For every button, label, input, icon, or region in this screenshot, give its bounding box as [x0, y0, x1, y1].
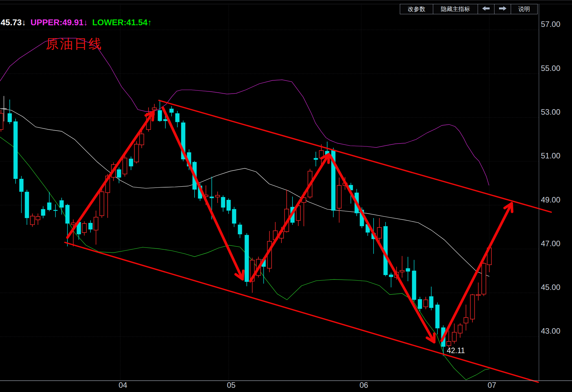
- month-axis-label: 04: [119, 381, 127, 389]
- candle-down: [54, 210, 58, 211]
- candle-up: [135, 144, 139, 162]
- candle-down: [25, 192, 29, 218]
- low-price-annotation: 42.11: [447, 346, 465, 355]
- candle-down: [19, 179, 24, 192]
- price-axis-label: 45.00: [541, 283, 560, 292]
- candle-up: [464, 317, 468, 323]
- candle-up: [82, 224, 87, 233]
- candle-down: [227, 200, 231, 211]
- next-button[interactable]: [494, 4, 511, 14]
- price-axis-label: 55.00: [541, 64, 560, 73]
- candle-up: [482, 263, 486, 294]
- bollinger-band-line: [0, 38, 489, 186]
- price-axis-label: 53.00: [541, 108, 560, 116]
- toolbar: 改参数 隐藏主指标 说明: [400, 4, 538, 14]
- candle-down: [406, 268, 410, 271]
- zigzag-down-1: [163, 108, 243, 279]
- candle-down: [232, 209, 236, 224]
- candle-up: [377, 227, 382, 238]
- candle-up: [30, 216, 35, 225]
- candle-down: [47, 202, 52, 210]
- candle-up: [0, 113, 3, 130]
- candle-down: [170, 109, 174, 113]
- zigzag-up-3-arrowhead: [512, 203, 512, 212]
- left-arrow-icon: [482, 6, 490, 13]
- zigzag-up-2-arrowhead: [328, 154, 329, 163]
- right-arrow-icon: [499, 6, 506, 13]
- hide-main-indicator-button[interactable]: 隐藏主指标: [433, 4, 478, 14]
- zigzag-down-2: [330, 156, 434, 342]
- candle-up: [447, 341, 451, 346]
- candle-down: [245, 235, 249, 282]
- candle-down: [221, 197, 225, 207]
- candle-down: [314, 158, 318, 160]
- candle-down: [41, 209, 45, 215]
- candle-up: [100, 192, 104, 216]
- trading-app-window: 改参数 隐藏主指标 说明 45.73↓UPPER:49.91↓LOWER:41.…: [0, 0, 572, 392]
- candle-down: [412, 271, 416, 300]
- zigzag-up-1: [67, 112, 153, 237]
- candle-down: [238, 225, 242, 234]
- change-params-button[interactable]: 改参数: [400, 4, 433, 14]
- price-axis-label: 57.00: [541, 20, 560, 29]
- chart-title: 原油日线: [46, 35, 103, 53]
- candle-up: [216, 195, 220, 197]
- candle-up: [452, 332, 457, 341]
- candle-down: [175, 113, 180, 122]
- price-axis-label: 43.00: [541, 327, 560, 335]
- candle-down: [117, 169, 121, 178]
- candle-up: [71, 223, 76, 225]
- zigzag-up-3: [442, 203, 512, 341]
- candle-down: [435, 305, 440, 328]
- boll-indicator-readout: 45.73↓UPPER:49.91↓LOWER:41.54↑: [1, 17, 156, 28]
- price-axis-label: 47.00: [541, 239, 560, 248]
- candle-down: [14, 121, 18, 179]
- candle-up: [400, 271, 404, 272]
- candle-up: [152, 108, 157, 110]
- candle-down: [389, 275, 393, 277]
- month-axis-label: 07: [488, 381, 496, 389]
- candle-down: [129, 159, 133, 167]
- boll-upper-value: UPPER:49.91↓: [30, 17, 88, 27]
- boll-lower-value: LOWER:41.54↑: [92, 17, 152, 27]
- candle-up: [94, 217, 98, 230]
- candle-up: [476, 294, 481, 295]
- price-axis-label: 49.00: [541, 195, 560, 204]
- candlestick-chart: 57.0055.0053.0051.0049.0047.0045.0043.00…: [0, 0, 572, 392]
- candle-up: [424, 300, 428, 307]
- candle-up: [458, 325, 462, 333]
- boll-mid-value: 45.73↓: [1, 17, 26, 27]
- candle-down: [418, 299, 422, 309]
- zigzag-up-2: [250, 154, 329, 281]
- candle-down: [89, 223, 93, 229]
- month-axis-label: 06: [360, 381, 368, 389]
- candle-down: [66, 205, 70, 224]
- candle-up: [140, 134, 144, 145]
- candle-down: [60, 200, 64, 207]
- price-axis-label: 51.00: [541, 151, 560, 160]
- candle-up: [337, 185, 341, 208]
- lower-channel-line: [65, 242, 538, 382]
- candle-up: [123, 158, 127, 174]
- candle-up: [471, 295, 475, 319]
- candle-down: [8, 113, 12, 122]
- candle-down: [158, 110, 162, 121]
- prev-button[interactable]: [478, 4, 495, 14]
- candle-down: [210, 197, 214, 198]
- month-axis-label: 05: [227, 381, 236, 389]
- candle-down: [429, 296, 434, 308]
- candle-down: [163, 119, 168, 121]
- help-button[interactable]: 说明: [511, 4, 538, 14]
- candle-up: [36, 216, 40, 220]
- zigzag-up-1-arrowhead: [153, 112, 153, 120]
